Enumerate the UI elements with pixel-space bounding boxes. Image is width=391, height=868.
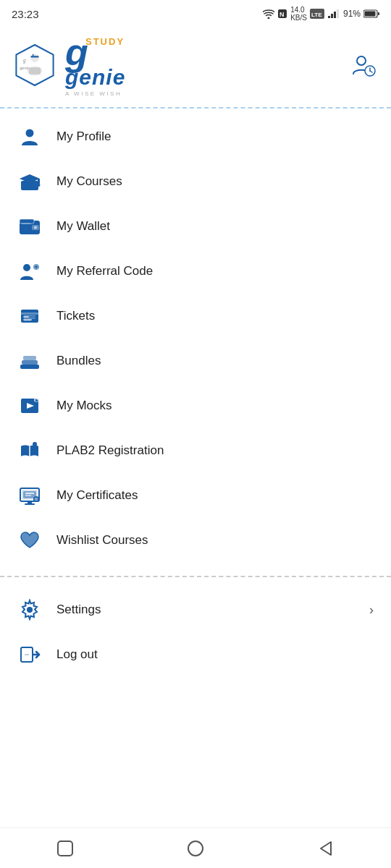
lte-icon: LTE: [310, 9, 324, 19]
menu-label-plab2: PLAB2 Registration: [56, 443, 164, 458]
svg-point-53: [33, 442, 37, 446]
svg-point-24: [26, 129, 34, 137]
svg-point-28: [38, 184, 41, 187]
svg-rect-8: [337, 9, 339, 18]
svg-rect-5: [328, 16, 330, 18]
svg-point-32: [34, 226, 37, 229]
logo-tagline: A WISE WISH: [65, 90, 125, 97]
svg-rect-46: [22, 360, 38, 365]
referral-icon: [17, 259, 42, 284]
svg-rect-17: [29, 67, 41, 75]
svg-rect-45: [20, 365, 39, 369]
svg-text:g: g: [23, 58, 26, 64]
user-clock-icon: [350, 52, 377, 78]
bottom-menu-list: Settings › Log out: [0, 584, 391, 680]
menu-label-my-wallet: My Wallet: [56, 219, 110, 234]
svg-rect-11: [365, 12, 376, 17]
courses-icon: [17, 169, 42, 194]
svg-point-20: [357, 56, 366, 65]
svg-rect-42: [24, 315, 35, 317]
nav-square-button[interactable]: [48, 831, 83, 866]
status-icons: N 14.0KB/S LTE 91%: [263, 6, 379, 22]
plab2-icon: [17, 438, 42, 463]
logo-area: g genie g STUDY genie A WISE WISH: [12, 33, 125, 97]
logout-icon: [17, 642, 42, 667]
header: g genie g STUDY genie A WISE WISH: [0, 26, 391, 104]
nav-back-button[interactable]: [308, 831, 343, 866]
settings-icon: [17, 597, 42, 622]
battery-percent: 91%: [343, 9, 361, 19]
status-time: 23:23: [12, 8, 39, 20]
menu-label-my-profile: My Profile: [56, 129, 112, 144]
signal-icon: [327, 9, 340, 19]
menu-label-bundles: Bundles: [56, 354, 101, 368]
logo-study: STUDY: [85, 36, 125, 47]
menu-item-my-profile[interactable]: My Profile: [0, 114, 391, 159]
svg-rect-18: [30, 56, 38, 57]
nfc-icon: N: [277, 9, 287, 19]
svg-rect-39: [21, 312, 38, 315]
svg-marker-70: [321, 842, 331, 855]
svg-point-64: [28, 608, 33, 613]
svg-point-33: [23, 264, 30, 271]
logo-hexagon: g genie: [12, 42, 58, 88]
svg-rect-27: [38, 179, 40, 184]
svg-text:LTE: LTE: [311, 12, 322, 18]
menu-label-my-courses: My Courses: [56, 174, 122, 189]
svg-point-69: [188, 841, 203, 856]
menu-list: My Profile My Courses My: [0, 109, 391, 569]
user-profile-button[interactable]: [348, 49, 379, 81]
bottom-nav: [0, 827, 391, 868]
wishlist-icon: [17, 528, 42, 553]
menu-item-my-referral[interactable]: My Referral Code: [0, 249, 391, 294]
menu-item-wishlist[interactable]: Wishlist Courses: [0, 518, 391, 563]
tickets-icon: [17, 304, 42, 328]
menu-item-logout[interactable]: Log out: [0, 632, 391, 677]
wallet-icon: [17, 214, 42, 239]
svg-rect-57: [25, 503, 35, 505]
svg-rect-43: [24, 318, 35, 319]
data-speed: 14.0KB/S: [290, 6, 307, 22]
menu-label-certificates: My Certificates: [56, 488, 138, 503]
menu-item-settings[interactable]: Settings ›: [0, 587, 391, 632]
mocks-icon: ▶: [17, 393, 42, 418]
menu-label-my-mocks: My Mocks: [56, 399, 112, 413]
menu-item-my-wallet[interactable]: My Wallet: [0, 204, 391, 249]
svg-marker-12: [16, 45, 53, 85]
menu-label-tickets: Tickets: [56, 309, 95, 323]
menu-label-logout: Log out: [56, 647, 98, 662]
menu-item-plab2[interactable]: PLAB2 Registration: [0, 428, 391, 473]
settings-chevron: ›: [369, 603, 374, 618]
nav-circle-button[interactable]: [178, 831, 213, 866]
status-bar: 23:23 N 14.0KB/S LTE 91%: [0, 0, 391, 26]
section-divider: [0, 576, 391, 577]
logo-g-letter: g: [65, 33, 88, 71]
svg-rect-44: [24, 320, 31, 321]
svg-rect-30: [20, 219, 34, 224]
certificates-icon: [17, 483, 42, 508]
menu-item-my-mocks[interactable]: ▶ My Mocks: [0, 383, 391, 428]
svg-rect-68: [58, 841, 72, 856]
svg-text:N: N: [279, 11, 285, 18]
menu-label-settings: Settings: [56, 603, 101, 617]
menu-label-my-referral: My Referral Code: [56, 264, 153, 278]
svg-rect-6: [331, 14, 333, 18]
svg-rect-10: [378, 12, 379, 15]
menu-item-tickets[interactable]: Tickets: [0, 294, 391, 339]
svg-point-15: [30, 54, 38, 62]
svg-point-0: [268, 17, 270, 20]
svg-rect-7: [334, 12, 336, 18]
profile-icon: [17, 124, 42, 149]
svg-point-62: [35, 498, 38, 501]
svg-rect-19: [33, 54, 34, 56]
bundles-icon: [17, 349, 42, 373]
wifi-icon: [263, 9, 274, 19]
battery-icon: [363, 9, 379, 18]
menu-label-wishlist: Wishlist Courses: [56, 533, 148, 548]
menu-item-my-courses[interactable]: My Courses: [0, 159, 391, 204]
menu-item-certificates[interactable]: My Certificates: [0, 473, 391, 518]
svg-rect-47: [23, 356, 36, 360]
logo-text: g STUDY genie A WISE WISH: [65, 33, 125, 97]
menu-item-bundles[interactable]: Bundles: [0, 339, 391, 383]
